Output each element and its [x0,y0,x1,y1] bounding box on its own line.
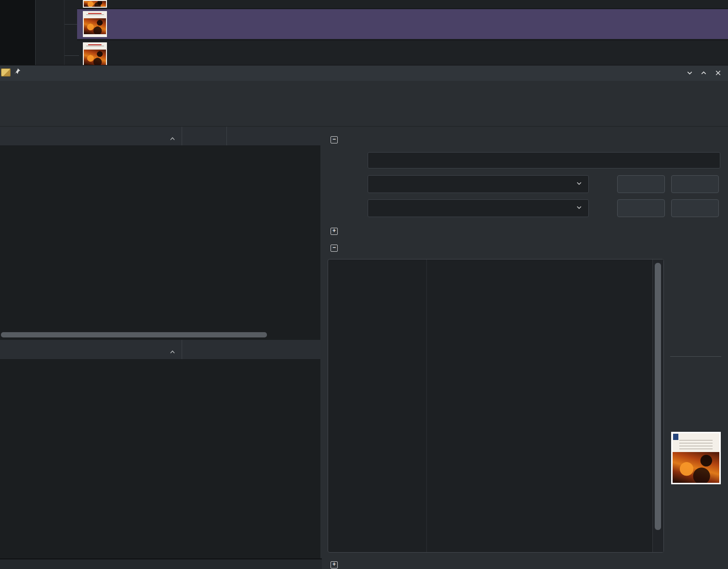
chevron-down-icon [576,180,582,189]
toolbar [0,100,728,127]
file-row-selected[interactable] [0,9,728,39]
window-maximize-button[interactable] [700,69,708,77]
screen: − + − + [0,0,728,569]
horizontal-scrollbar-bottom[interactable] [0,558,322,569]
kid3-app-icon [1,68,11,77]
tag1-section-header[interactable]: + [331,226,343,236]
tag3-section-header[interactable]: + [331,559,343,569]
collapse-icon[interactable]: − [331,245,338,252]
column-divider [226,127,227,145]
chevron-down-icon [576,204,582,213]
cover-painting [673,452,719,483]
tag2-frame-table [328,259,664,553]
collapse-icon[interactable]: − [331,136,338,143]
filename-input[interactable] [368,152,720,168]
format-to-combobox[interactable] [368,199,589,217]
album-art-thumbnail [83,0,107,8]
format-from-combobox[interactable] [368,175,589,193]
from-tag2-button[interactable] [671,175,719,193]
album-cover-preview[interactable] [671,432,721,484]
directory-list-header[interactable] [0,340,320,360]
column-divider [426,259,427,552]
to-tag1-button[interactable] [617,199,665,217]
column-divider [182,127,182,145]
naxos-logo [673,434,678,440]
window-shade-button[interactable] [686,69,694,77]
sort-ascending-icon [170,134,175,142]
horizontal-scrollbar[interactable] [0,330,320,340]
titlebar[interactable] [0,65,728,81]
album-art-thumbnail [83,11,107,37]
pin-icon [13,68,21,77]
button-group-divider [670,356,721,357]
expand-icon[interactable]: + [331,228,338,235]
tag2-section-header[interactable]: − [331,243,343,253]
cover-text-lines [679,440,713,451]
background-file-manager [0,0,728,65]
album-art-thumbnail [83,42,107,65]
file-row[interactable] [0,40,728,65]
scrollbar-thumb[interactable] [1,332,267,337]
to-tag2-button[interactable] [671,199,719,217]
window-close-button[interactable] [715,69,722,77]
file-list [0,145,320,321]
sort-ascending-icon [170,347,175,356]
from-tag1-button[interactable] [617,175,665,193]
file-section-header[interactable]: − [331,134,343,145]
menu-bar [0,81,728,100]
expand-icon[interactable]: + [331,561,338,569]
directory-list [0,359,320,394]
file-list-header[interactable] [0,127,320,146]
column-divider [182,340,182,359]
scrollbar-thumb[interactable] [655,263,661,530]
